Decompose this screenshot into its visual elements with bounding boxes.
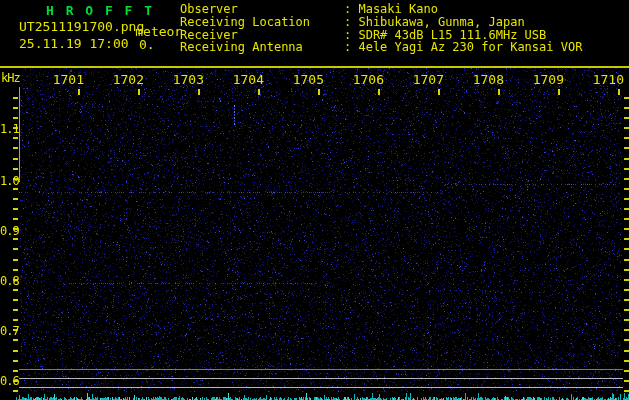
khz-axis-label: kHz xyxy=(1,71,20,85)
spectrogram-canvas xyxy=(0,0,629,400)
info-label: Observer xyxy=(180,3,344,16)
header-separator xyxy=(0,66,629,68)
time-tick-label: 1704 xyxy=(232,72,264,87)
datetime-label: 25.11.19 17:00 xyxy=(19,36,129,51)
info-label: Receiving Antenna xyxy=(180,41,344,54)
freq-tick-label: 0.8 xyxy=(0,274,20,288)
time-tick-label: 1706 xyxy=(352,72,384,87)
freq-tick-label: 0.9 xyxy=(0,224,20,238)
time-tick-label: 1710 xyxy=(592,72,624,87)
hrofft-screen: H R O F F T UT2511191700.pngmeteor 25.11… xyxy=(0,0,629,400)
filename-label: UT2511191700.png xyxy=(19,19,144,34)
filename-row: UT2511191700.pngmeteor xyxy=(19,19,182,34)
counter-label: 0. xyxy=(139,37,155,52)
freq-tick-label: 1.0 xyxy=(0,174,20,188)
header-info: Observer: Masaki Kano Receiving Location… xyxy=(180,3,582,54)
freq-tick-label: 1.1 xyxy=(0,122,20,136)
time-tick-label: 1705 xyxy=(292,72,324,87)
time-tick-label: 1702 xyxy=(112,72,144,87)
time-tick-label: 1701 xyxy=(52,72,84,87)
time-tick-label: 1708 xyxy=(472,72,504,87)
app-title: H R O F F T xyxy=(46,3,154,18)
time-tick-label: 1703 xyxy=(172,72,204,87)
info-label: Receiving Location xyxy=(180,16,344,29)
time-tick-label: 1709 xyxy=(532,72,564,87)
info-value: : 4ele Yagi Az 230 for Kansai VOR xyxy=(344,40,582,54)
freq-tick-label: 0.6 xyxy=(0,374,20,388)
freq-tick-label: 0.7 xyxy=(0,324,20,338)
time-tick-label: 1707 xyxy=(412,72,444,87)
info-row-antenna: Receiving Antenna: 4ele Yagi Az 230 for … xyxy=(180,41,582,54)
